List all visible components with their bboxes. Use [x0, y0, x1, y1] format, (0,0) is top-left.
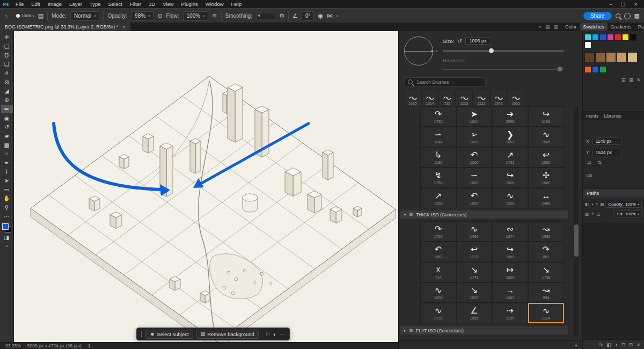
- brush-preset-1278[interactable]: ↩1278: [456, 242, 492, 262]
- panel-dock-icon-2[interactable]: ▥: [554, 24, 559, 30]
- airbrush-icon[interactable]: ≋: [212, 12, 217, 19]
- brush-preset-1726[interactable]: ∿1726: [420, 303, 456, 323]
- reset-size-icon[interactable]: ↺: [457, 38, 462, 44]
- brush-preset-1000[interactable]: ↩1000: [528, 147, 564, 168]
- select-subject-button[interactable]: ☻ Select subject: [145, 330, 193, 339]
- brush-preset-1099[interactable]: ➢1099: [456, 127, 492, 147]
- lock-icon-1[interactable]: ▨: [585, 212, 589, 216]
- crop-tool[interactable]: #: [1, 69, 13, 78]
- brush-preset-1732[interactable]: ↷1732: [420, 106, 456, 127]
- layer-mask-icon[interactable]: ◧: [606, 342, 611, 347]
- history-brush-tool[interactable]: ↺: [1, 122, 13, 132]
- tab-ments[interactable]: ments: [586, 113, 598, 119]
- lasso-tool[interactable]: ℧: [1, 50, 13, 60]
- brush-preset-2095[interactable]: ➔2095: [492, 106, 528, 127]
- smoothing-slider[interactable]: [256, 13, 275, 19]
- adjustment-layer-icon[interactable]: ◑: [614, 342, 617, 347]
- transform-icon-1[interactable]: ⇄: [587, 160, 591, 165]
- flyout-icon[interactable]: ▸: [436, 49, 438, 53]
- maximize-button[interactable]: ▢: [621, 2, 625, 7]
- brush-preset-3244[interactable]: ∽3244: [420, 127, 456, 147]
- menu-select[interactable]: Select: [104, 0, 126, 8]
- scrollbar-thumb[interactable]: [574, 224, 579, 257]
- share-button[interactable]: Share: [583, 12, 612, 20]
- color-swatch[interactable]: [592, 66, 599, 73]
- delete-layer-icon[interactable]: ✕: [636, 342, 640, 347]
- color-picker[interactable]: [2, 223, 11, 232]
- type-tool[interactable]: T: [1, 167, 13, 176]
- brush-preset-1000[interactable]: ↪1000: [492, 168, 528, 188]
- blur-tool[interactable]: ○: [1, 149, 13, 158]
- color-swatch[interactable]: [584, 34, 591, 41]
- slider-thumb[interactable]: [489, 48, 494, 53]
- color-swatch[interactable]: [584, 66, 591, 73]
- brush-tip-735[interactable]: ∿735: [438, 90, 456, 106]
- pen-tool[interactable]: ✒: [1, 158, 13, 168]
- color-swatch[interactable]: [599, 34, 606, 41]
- smoothing-options-gear-icon[interactable]: ⚙: [279, 12, 284, 19]
- brush-preset-1731[interactable]: ↗1731: [492, 147, 528, 168]
- eyedropper-tool[interactable]: ◢: [1, 86, 13, 96]
- fill-field[interactable]: Fill: 100% ▾: [614, 210, 642, 217]
- color-swatch[interactable]: [592, 34, 599, 41]
- brush-preset-1738[interactable]: ↘1738: [528, 262, 564, 282]
- color-swatch[interactable]: [584, 41, 591, 48]
- symmetry-icon[interactable]: ⋈: [327, 12, 333, 19]
- brush-tip-1131[interactable]: ∿1131: [473, 90, 490, 106]
- zoom-level-field[interactable]: 33.28%: [5, 343, 21, 348]
- color-swatch[interactable]: [622, 34, 629, 41]
- remove-background-button[interactable]: ▨ Remove background: [196, 330, 259, 339]
- drag-handle[interactable]: [141, 331, 142, 337]
- brush-preset-7565[interactable]: ∿7565: [528, 127, 564, 147]
- brush-size-field[interactable]: 1006 px: [465, 37, 491, 45]
- foreground-color[interactable]: [2, 223, 9, 230]
- brush-preset-861[interactable]: ↷861: [528, 242, 564, 262]
- section-flat-iso[interactable]: ▸ ⊟ FLAT ISO (Connectors): [400, 326, 568, 335]
- frame-tool[interactable]: ⊠: [1, 77, 13, 86]
- close-tab-icon[interactable]: ×: [122, 24, 126, 30]
- eraser-tool[interactable]: ▰: [1, 132, 13, 141]
- brush-preset-834[interactable]: ↝834: [528, 282, 564, 303]
- tab-swatches[interactable]: Swatches: [580, 23, 608, 31]
- brush-tip-1965[interactable]: ∿1965: [507, 90, 524, 106]
- brush-angle-control[interactable]: ▶: [404, 37, 433, 66]
- color-swatch[interactable]: [584, 52, 595, 62]
- color-swatch[interactable]: [607, 34, 614, 41]
- brush-tip-1653[interactable]: ∿1653: [456, 90, 473, 106]
- color-swatch[interactable]: [627, 52, 638, 62]
- scrollbar[interactable]: [574, 106, 579, 337]
- brush-preset-1567[interactable]: →1567: [492, 282, 528, 303]
- section-thick-iso[interactable]: ▾ ⊟ THICK ISO (Connectors): [400, 210, 568, 219]
- brush-preset-1852[interactable]: ↶1852: [420, 242, 456, 262]
- new-swatch-icon[interactable]: ⊞: [629, 77, 633, 83]
- layer-filter-icon-3[interactable]: T: [596, 202, 598, 207]
- hand-tool[interactable]: ✋: [1, 194, 13, 203]
- brush-preset-1000[interactable]: ∿1000: [420, 282, 456, 303]
- color-swatch[interactable]: [599, 66, 606, 73]
- brush-preset-1065[interactable]: ∠1065: [456, 303, 492, 323]
- tab-gradients[interactable]: Gradients: [608, 23, 635, 31]
- brush-preset-1758[interactable]: ↯1758: [420, 168, 456, 188]
- brush-preset-714[interactable]: ☓714: [420, 262, 456, 282]
- effects-icon[interactable]: fx: [599, 342, 603, 347]
- brush-search[interactable]: [404, 77, 486, 86]
- minimize-button[interactable]: –: [610, 2, 612, 7]
- color-swatch[interactable]: [606, 52, 616, 62]
- status-chevron-icon[interactable]: ❯: [88, 344, 91, 348]
- brush-preset-1000[interactable]: ↶1000: [456, 188, 492, 208]
- menu-type[interactable]: Type: [86, 0, 105, 8]
- layer-filter-icon-1[interactable]: ◧: [585, 202, 589, 207]
- color-swatch[interactable]: [617, 52, 627, 62]
- brush-search-input[interactable]: [415, 79, 479, 85]
- slider-thumb[interactable]: [258, 14, 260, 17]
- brush-preset-1004[interactable]: ➤1004: [456, 106, 492, 127]
- zoom-tool[interactable]: ⚲: [1, 203, 13, 212]
- close-button[interactable]: ✕: [634, 2, 638, 7]
- new-layer-icon[interactable]: ⊞: [629, 342, 633, 347]
- color-swatch[interactable]: [630, 34, 636, 41]
- more-options-icon[interactable]: ⋯: [280, 331, 285, 337]
- brush-preset-1000[interactable]: ↶1000: [456, 147, 492, 168]
- brush-preset-1496[interactable]: ∿1496: [456, 221, 492, 242]
- swatch-folder-icon[interactable]: ⊟: [621, 77, 626, 83]
- brush-tool[interactable]: ✏: [1, 105, 13, 114]
